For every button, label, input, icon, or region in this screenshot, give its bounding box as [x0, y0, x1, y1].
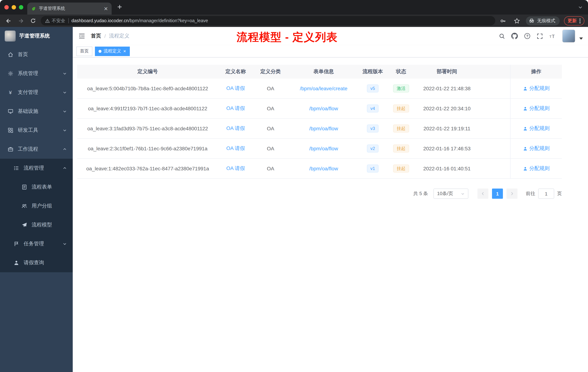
sidebar-item-infrastructure[interactable]: 基础设施	[0, 102, 73, 121]
assign-rule-label: 分配规则	[529, 165, 550, 172]
sidebar-item-workflow[interactable]: 工作流程	[0, 140, 73, 159]
assign-rule-link[interactable]: 分配规则	[523, 105, 550, 112]
key-icon[interactable]	[498, 16, 508, 25]
tab-close-icon[interactable]: ✕	[104, 6, 108, 11]
page-number-button[interactable]: 1	[492, 188, 503, 199]
form-link[interactable]: /bpm/oa/flow	[309, 126, 338, 131]
avatar-dropdown-caret-icon[interactable]	[579, 37, 583, 40]
cell-definition-name: OA 请假	[218, 139, 253, 158]
page-size-value: 10条/页	[437, 190, 453, 197]
close-window-button[interactable]	[4, 5, 9, 10]
chevron-down-icon	[461, 192, 465, 196]
cell-form-info: /bpm/oa/leave/create	[288, 79, 359, 98]
assign-rule-label: 分配规则	[529, 85, 550, 92]
form-link[interactable]: /bpm/oa/flow	[309, 146, 338, 152]
hamburger-icon[interactable]	[73, 33, 91, 40]
version-tag: v3	[367, 124, 378, 132]
browser-tabstrip: 芋道管理系统 ✕	[0, 0, 588, 15]
breadcrumb: 首页 / 流程定义	[91, 33, 129, 39]
form-link[interactable]: /bpm/oa/leave/create	[300, 86, 347, 91]
sidebar-item-user-group[interactable]: 用户分组	[0, 197, 73, 216]
sidebar-item-process-form[interactable]: 流程表单	[0, 178, 73, 197]
reload-icon[interactable]	[28, 16, 38, 25]
form-link[interactable]: /bpm/oa/flow	[309, 166, 338, 171]
status-badge: 挂起	[393, 164, 409, 173]
col-header-actions: 操作	[510, 65, 562, 79]
cell-actions: 分配规则	[510, 159, 562, 178]
security-chip[interactable]: 不安全	[45, 18, 65, 24]
col-header-spacer	[478, 65, 510, 79]
sidebar-item-process-management[interactable]: 流程管理	[0, 159, 73, 178]
bookmark-star-icon[interactable]	[512, 16, 521, 25]
sidebar-item-leave-query[interactable]: 请假查询	[0, 253, 73, 272]
person-icon	[523, 126, 527, 131]
breadcrumb-home[interactable]: 首页	[91, 33, 101, 39]
goto-page-input[interactable]	[538, 188, 554, 199]
definition-name-link[interactable]: OA 请假	[226, 85, 245, 92]
font-size-icon[interactable]: TT	[549, 33, 556, 39]
col-header-status: 状态	[386, 65, 416, 79]
form-link[interactable]: /bpm/oa/flow	[309, 106, 338, 111]
definition-name-link[interactable]: OA 请假	[226, 105, 245, 112]
assign-rule-link[interactable]: 分配规则	[523, 85, 550, 92]
person-icon	[13, 260, 19, 266]
chevron-down-icon	[63, 71, 67, 76]
url-text[interactable]: dashboard.yudao.iocoder.cn/bpm/manager/d…	[72, 18, 208, 23]
cell-form-info: /bpm/oa/flow	[288, 119, 359, 138]
search-icon[interactable]	[499, 33, 505, 39]
forward-icon[interactable]	[16, 16, 25, 25]
version-tag: v4	[367, 104, 378, 112]
tag-label: 流程定义	[104, 48, 121, 54]
minimize-window-button[interactable]	[12, 5, 16, 10]
incognito-badge[interactable]: 无痕模式	[526, 16, 560, 25]
browser-menu-dots-icon[interactable]	[579, 18, 581, 23]
chevron-down-icon	[63, 109, 67, 114]
zoom-window-button[interactable]	[19, 5, 23, 10]
user-avatar[interactable]	[562, 30, 575, 43]
cell-deploy-time: 2022-01-22 21:48:38	[416, 79, 478, 98]
sidebar-logo[interactable]: 芋道管理系统	[0, 27, 73, 45]
cell-definition-name: OA 请假	[218, 79, 253, 98]
sidebar-item-system[interactable]: 系统管理	[0, 64, 73, 83]
assign-rule-link[interactable]: 分配规则	[523, 125, 550, 132]
sidebar-item-task-management[interactable]: 任务管理	[0, 234, 73, 253]
definition-name-link[interactable]: OA 请假	[226, 145, 245, 152]
tags-view: 首页 流程定义 ×	[73, 45, 588, 57]
sidebar-item-devtools[interactable]: 研发工具	[0, 121, 73, 140]
tag-home[interactable]: 首页	[76, 46, 92, 56]
tab-search-chevron-icon[interactable]	[578, 5, 583, 10]
browser-tab[interactable]: 芋道管理系统 ✕	[27, 2, 112, 15]
sidebar-item-payment[interactable]: ¥ 支付管理	[0, 83, 73, 102]
fullscreen-icon[interactable]	[537, 33, 543, 39]
tag-process-definition[interactable]: 流程定义 ×	[95, 46, 130, 56]
cell-process-version: v4	[359, 99, 386, 118]
cell-process-version: v1	[359, 159, 386, 178]
update-button[interactable]: 更新	[564, 16, 584, 25]
cell-deploy-time: 2022-01-22 20:34:10	[416, 99, 478, 118]
cell-deploy-time: 2022-01-22 19:19:11	[416, 119, 478, 138]
table-header-row: 定义编号 定义名称 定义分类 表单信息 流程版本 状态 部署时间 操作	[77, 65, 562, 79]
help-icon[interactable]: ?	[524, 33, 531, 39]
assign-rule-link[interactable]: 分配规则	[523, 165, 550, 172]
cell-form-info: /bpm/oa/flow	[288, 159, 359, 178]
tree-list-icon	[13, 165, 19, 171]
github-icon[interactable]	[511, 33, 518, 39]
paper-plane-icon	[21, 222, 27, 228]
cell-status: 挂起	[386, 139, 416, 158]
workflow-submenu: 流程管理 流程表单 用户分组 流程模型	[0, 159, 73, 272]
prev-page-button[interactable]	[477, 188, 488, 199]
assign-rule-link[interactable]: 分配规则	[523, 145, 550, 152]
tag-close-icon[interactable]: ×	[123, 49, 126, 54]
address-bar[interactable]: 不安全 dashboard.yudao.iocoder.cn/bpm/manag…	[41, 16, 495, 25]
definition-name-link[interactable]: OA 请假	[226, 165, 245, 172]
definition-name-link[interactable]: OA 请假	[226, 125, 245, 132]
tab-title: 芋道管理系统	[39, 5, 101, 12]
sidebar-item-process-model[interactable]: 流程模型	[0, 216, 73, 234]
window-controls	[0, 5, 28, 10]
new-tab-button[interactable]	[116, 4, 123, 10]
next-page-button[interactable]	[506, 188, 517, 199]
sidebar-item-home[interactable]: 首页	[0, 45, 73, 64]
back-icon[interactable]	[4, 16, 13, 25]
cell-definition-id: oa_leave:3:1fad3d93-7b75-11ec-a3c8-acde4…	[77, 119, 218, 138]
page-size-select[interactable]: 10条/页	[433, 188, 468, 199]
